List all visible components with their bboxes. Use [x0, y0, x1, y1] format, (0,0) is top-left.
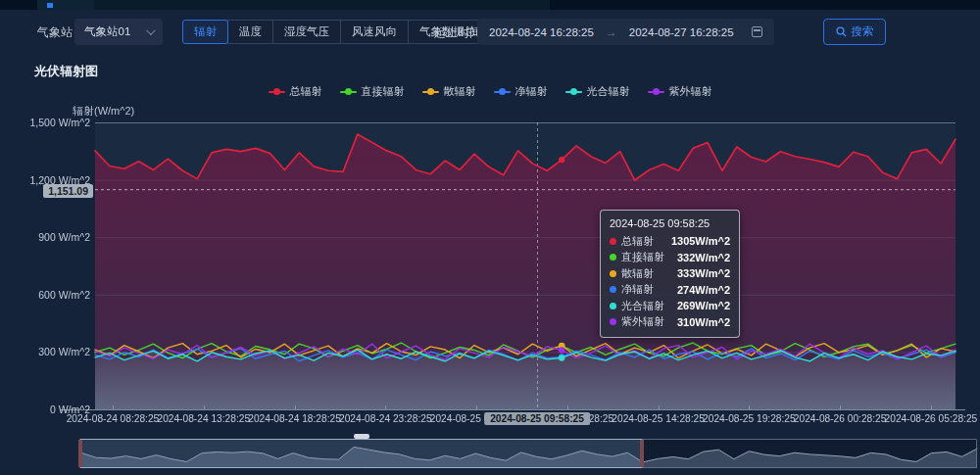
search-button-label: 搜索	[852, 24, 874, 39]
x-axis-label: 2024-08-24 18:28:25	[248, 413, 341, 424]
tooltip-row: 总辐射 1305W/m^2	[610, 233, 730, 250]
chevron-down-icon	[146, 25, 156, 35]
y-axis-label: 900 W/m^2	[0, 231, 90, 243]
station-select[interactable]: 气象站01	[74, 19, 163, 45]
tooltip-row: 散辐射 333W/m^2	[610, 265, 730, 282]
station-label: 气象站	[37, 24, 73, 41]
legend-label: 总辐射	[290, 84, 322, 99]
date-range-picker[interactable]: 2024-08-24 16:28:25 → 2024-08-27 16:28:2…	[477, 19, 774, 45]
calendar-icon	[752, 26, 762, 37]
legend-label: 光合辐射	[587, 84, 630, 99]
datazoom-slider[interactable]	[80, 439, 977, 468]
legend-item-uv-radiation[interactable]: 紫外辐射	[648, 84, 712, 99]
series-dot-icon	[610, 286, 616, 293]
legend-marker	[565, 88, 582, 96]
x-axis-label: 2024-08-24 23:28:25	[339, 413, 432, 424]
y-axis-label: 300 W/m^2	[0, 346, 90, 357]
series-dot-icon	[610, 318, 616, 325]
x-axis-label: 2024-08-24 13:28:25	[157, 413, 250, 424]
range-end-value[interactable]: 2024-08-27 16:28:25	[629, 26, 734, 38]
tab-strip-segment	[94, 0, 550, 10]
toolbar: 气象站 气象站01 辐射 温度 湿度气压 风速风向 气象数据总览 起止时间 20…	[0, 10, 980, 55]
legend-label: 散辐射	[444, 84, 476, 99]
chart-title: 光伏辐射图	[34, 63, 98, 80]
tab-humidity-pressure[interactable]: 湿度气压	[272, 20, 341, 44]
tab-wind-speed-direction[interactable]: 风速风向	[340, 20, 409, 44]
x-axis-label: 2024-08-25 14:28:25	[612, 413, 705, 424]
legend-marker	[422, 88, 439, 96]
tooltip: 2024-08-25 09:58:25 总辐射 1305W/m^2 直接辐射 3…	[600, 210, 740, 338]
legend-marker	[269, 88, 285, 96]
y-axis-label: 600 W/m^2	[0, 289, 90, 301]
axis-pointer-label: 2024-08-25 09:58:25	[484, 412, 590, 425]
legend-item-net-radiation[interactable]: 净辐射	[494, 84, 548, 99]
legend-marker	[494, 88, 511, 96]
legend-item-direct-radiation[interactable]: 直接辐射	[340, 84, 405, 99]
app-tab-icon	[47, 3, 53, 8]
x-axis-label: 2024-08-25 19:28:25	[703, 413, 796, 424]
legend-marker	[340, 88, 357, 96]
legend: 总辐射 直接辐射 散辐射 净辐射 光合辐射 紫外辐射	[0, 84, 980, 99]
page: 气象站 气象站01 辐射 温度 湿度气压 风速风向 气象数据总览 起止时间 20…	[0, 0, 980, 475]
browser-tab-strip	[0, 0, 980, 10]
legend-label: 直接辐射	[362, 84, 405, 99]
tooltip-row: 净辐射 274W/m^2	[610, 282, 730, 299]
y-marker-badge: 1,151.09	[43, 184, 93, 198]
radiation-line-chart[interactable]	[0, 0, 980, 475]
series-dot-icon	[610, 254, 616, 261]
tab-temperature[interactable]: 温度	[227, 20, 273, 44]
search-icon	[836, 26, 847, 37]
app-tab[interactable]	[37, 0, 94, 10]
tooltip-row: 紫外辐射 310W/m^2	[610, 314, 730, 331]
arrow-right-icon: →	[606, 25, 617, 39]
legend-marker	[648, 88, 664, 96]
range-start-value[interactable]: 2024-08-24 16:28:25	[489, 26, 594, 38]
legend-item-total-radiation[interactable]: 总辐射	[269, 84, 322, 99]
station-select-value: 气象站01	[84, 24, 130, 39]
tab-radiation[interactable]: 辐射	[182, 20, 228, 44]
tooltip-row: 光合辐射 269W/m^2	[610, 298, 730, 314]
search-button[interactable]: 搜索	[823, 19, 886, 45]
x-axis-label: 2024-08-26 05:28:25	[885, 413, 978, 424]
tooltip-row: 直接辐射 332W/m^2	[610, 250, 730, 266]
datazoom-drag-handle[interactable]	[354, 434, 369, 439]
legend-label: 紫外辐射	[669, 84, 712, 99]
range-label: 起止时间	[434, 24, 481, 41]
x-axis-label: 2024-08-26 00:28:25	[794, 413, 887, 424]
legend-item-diffuse-radiation[interactable]: 散辐射	[422, 84, 476, 99]
legend-item-par-radiation[interactable]: 光合辐射	[565, 84, 630, 99]
series-dot-icon	[610, 238, 616, 245]
tooltip-title: 2024-08-25 09:58:25	[610, 217, 730, 229]
x-axis-label: 2024-08-24 08:28:25	[67, 413, 160, 424]
legend-label: 净辐射	[515, 84, 548, 99]
y-axis-label: 1,500 W/m^2	[0, 117, 90, 128]
series-dot-icon	[610, 270, 616, 277]
series-dot-icon	[610, 303, 616, 309]
